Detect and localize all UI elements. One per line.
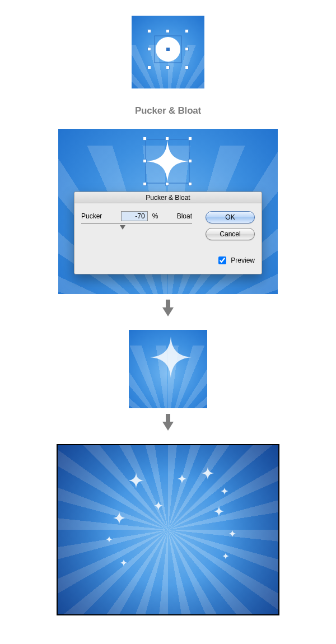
preview-toggle[interactable]: Preview <box>216 255 255 266</box>
sparkle-layer <box>58 445 279 615</box>
selection-handle[interactable] <box>143 182 147 186</box>
cancel-button[interactable]: Cancel <box>206 228 255 240</box>
step-label: Pucker & Bloat <box>135 105 201 116</box>
selection-handle[interactable] <box>185 66 189 69</box>
canvas-step-3 <box>129 330 207 408</box>
selection-handle[interactable] <box>188 137 192 141</box>
sparkle-icon <box>154 501 163 510</box>
dialog-buttons: OK Cancel Preview <box>201 211 255 266</box>
sparkle-icon <box>202 467 214 479</box>
selection-handle[interactable] <box>185 47 189 51</box>
sparkle-icon <box>120 559 127 566</box>
sparkle-icon <box>113 512 125 524</box>
dialog-body: Pucker % Bloat OK Cancel Preview <box>74 203 262 274</box>
sparkle-icon <box>214 506 224 516</box>
selection-handle[interactable] <box>147 29 151 33</box>
selection-handle[interactable] <box>147 66 151 69</box>
pucker-value-input[interactable] <box>121 211 148 221</box>
selection-handle[interactable] <box>188 159 192 163</box>
percent-label: % <box>152 212 158 220</box>
selection-handle[interactable] <box>165 137 169 141</box>
arrow-down-icon <box>162 422 174 431</box>
canvas-step-1 <box>132 16 204 88</box>
slider-thumb[interactable] <box>120 225 125 230</box>
selection-handle[interactable] <box>185 29 189 33</box>
sparkle-icon <box>128 473 144 488</box>
preview-label: Preview <box>231 256 255 264</box>
selection-handle[interactable] <box>147 47 151 51</box>
sparkle-icon <box>221 488 228 495</box>
bloat-label: Bloat <box>177 212 192 220</box>
dialog-title: Pucker & Bloat <box>74 192 262 203</box>
sparkle-icon <box>223 553 229 559</box>
selection-handle[interactable] <box>166 66 170 69</box>
pucker-bloat-slider-row: Pucker % Bloat <box>81 211 192 224</box>
sparkle-icon <box>178 474 186 483</box>
canvas-step-2: Pucker & Bloat Pucker % Bloat OK Cancel <box>58 129 278 294</box>
selection-handle[interactable] <box>143 137 147 141</box>
pucker-bloat-dialog: Pucker & Bloat Pucker % Bloat OK Cancel <box>74 192 262 274</box>
selection-bounds <box>150 31 186 67</box>
selection-handle[interactable] <box>143 159 147 163</box>
pucker-bloat-slider[interactable] <box>81 225 192 232</box>
ok-button[interactable]: OK <box>206 211 255 223</box>
canvas-final <box>57 444 279 615</box>
sparkle-object <box>150 337 192 378</box>
pucker-label: Pucker <box>81 212 102 220</box>
selection-handle[interactable] <box>188 182 192 186</box>
sparkle-icon <box>229 530 236 537</box>
selection-bounds <box>145 139 190 184</box>
sparkle-icon <box>106 536 113 543</box>
dialog-controls: Pucker % Bloat <box>81 211 192 266</box>
selection-handle[interactable] <box>165 182 169 186</box>
arrow-down-icon <box>162 307 174 316</box>
selection-handle[interactable] <box>166 29 170 33</box>
preview-checkbox[interactable] <box>218 256 226 264</box>
